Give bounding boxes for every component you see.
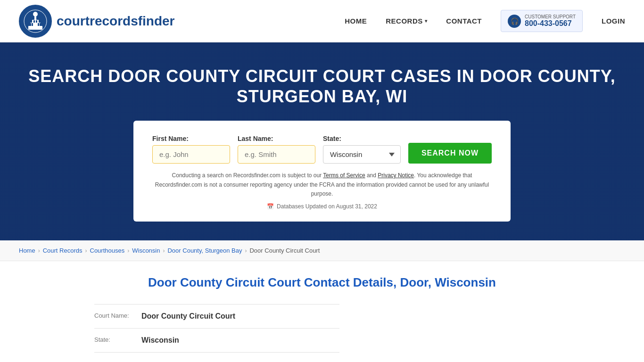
court-name-row: Court Name: Door County Circuit Court — [94, 304, 339, 329]
state-select[interactable]: Wisconsin — [323, 145, 401, 164]
chevron-down-icon: ▾ — [425, 18, 428, 24]
search-fields: First Name: Last Name: State: Wisconsin … — [152, 135, 492, 164]
support-info: CUSTOMER SUPPORT 800-433-0567 — [525, 14, 576, 28]
last-name-group: Last Name: — [238, 135, 315, 164]
breadcrumb-court-records[interactable]: Court Records — [43, 247, 83, 254]
hero-section: SEARCH DOOR COUNTY CIRCUIT COURT CASES I… — [0, 42, 644, 240]
last-name-label: Last Name: — [238, 135, 315, 142]
court-name-value: Door County Circuit Court — [141, 312, 235, 321]
breadcrumb-sep-2: › — [85, 247, 87, 254]
db-updated: 📅 Databases Updated on August 31, 2022 — [152, 203, 492, 210]
state-group: State: Wisconsin — [323, 135, 401, 164]
first-name-input[interactable] — [152, 145, 230, 164]
last-name-input[interactable] — [238, 145, 315, 164]
svg-point-5 — [33, 12, 38, 16]
support-icon: 🎧 — [508, 15, 521, 28]
svg-rect-9 — [36, 20, 37, 23]
breadcrumb-door-county[interactable]: Door County, Sturgeon Bay — [167, 247, 242, 254]
svg-rect-3 — [32, 20, 39, 23]
nav-contact[interactable]: CONTACT — [446, 17, 482, 25]
breadcrumb-courthouses[interactable]: Courthouses — [90, 247, 125, 254]
state-row-value: Wisconsin — [141, 336, 179, 345]
main-content: Door County Circuit Court Contact Detail… — [0, 261, 644, 362]
svg-rect-1 — [28, 26, 42, 30]
breadcrumb-sep-1: › — [38, 247, 40, 254]
breadcrumb-current: Door County Circuit Court — [249, 247, 320, 254]
privacy-link[interactable]: Privacy Notice — [378, 172, 414, 179]
search-disclaimer: Conducting a search on Recordsfinder.com… — [152, 171, 492, 198]
calendar-icon: 📅 — [267, 203, 274, 210]
logo-icon — [19, 5, 52, 38]
state-row-label: State: — [94, 336, 137, 343]
logo-area: courtrecordsfinder — [19, 5, 345, 38]
svg-rect-8 — [33, 20, 35, 23]
court-name-label: Court Name: — [94, 312, 137, 319]
first-name-group: First Name: — [152, 135, 230, 164]
nav-home[interactable]: HOME — [345, 17, 367, 25]
search-button[interactable]: SEARCH NOW — [408, 143, 492, 164]
breadcrumb-sep-4: › — [163, 247, 165, 254]
breadcrumb-home[interactable]: Home — [19, 247, 35, 254]
nav-records[interactable]: RECORDS ▾ — [386, 17, 427, 25]
info-table: Court Name: Door County Circuit Court St… — [94, 304, 339, 353]
svg-rect-10 — [38, 23, 39, 26]
hero-title: SEARCH DOOR COUNTY CIRCUIT COURT CASES I… — [19, 66, 625, 107]
nav-login[interactable]: LOGIN — [602, 17, 625, 25]
svg-rect-7 — [32, 23, 33, 26]
breadcrumb-sep-5: › — [245, 247, 247, 254]
logo-text[interactable]: courtrecordsfinder — [57, 14, 175, 29]
breadcrumb: Home › Court Records › Courthouses › Wis… — [0, 240, 644, 261]
section-title: Door County Circuit Court Contact Detail… — [94, 275, 550, 290]
state-label: State: — [323, 135, 401, 142]
svg-rect-6 — [30, 23, 31, 26]
search-card: First Name: Last Name: State: Wisconsin … — [133, 121, 511, 222]
main-nav: HOME RECORDS ▾ CONTACT 🎧 CUSTOMER SUPPOR… — [345, 10, 625, 32]
breadcrumb-wisconsin[interactable]: Wisconsin — [132, 247, 160, 254]
svg-rect-11 — [40, 23, 41, 26]
header: courtrecordsfinder HOME RECORDS ▾ CONTAC… — [0, 0, 644, 42]
state-row: State: Wisconsin — [94, 329, 339, 353]
terms-link[interactable]: Terms of Service — [323, 172, 365, 179]
breadcrumb-sep-3: › — [127, 247, 129, 254]
support-box[interactable]: 🎧 CUSTOMER SUPPORT 800-433-0567 — [501, 10, 583, 32]
first-name-label: First Name: — [152, 135, 230, 142]
